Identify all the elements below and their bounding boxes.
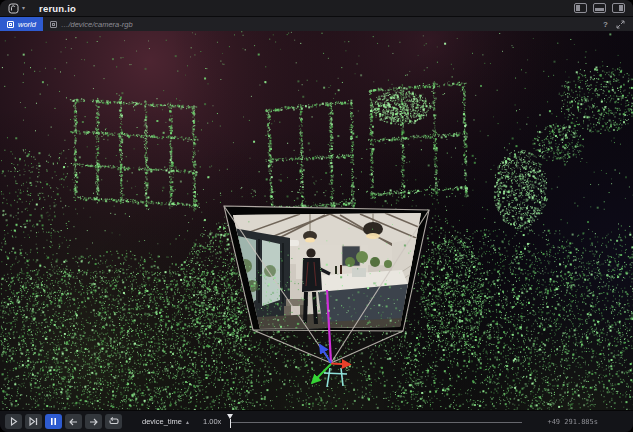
playback-bar: device_time ▲ 1.00x +49 291.885s <box>0 410 633 432</box>
top-bar: ▾ rerun.io <box>0 0 633 17</box>
toggle-right-panel-icon[interactable] <box>612 3 625 13</box>
camera-frustum-overlay <box>0 31 633 410</box>
tab-bar: world …/device/camera-rgb ? <box>0 17 633 31</box>
rerun-logo-icon <box>8 3 19 14</box>
toggle-left-panel-icon[interactable] <box>574 3 587 13</box>
expand-fullscreen-icon[interactable] <box>616 20 625 29</box>
toggle-bottom-panel-icon[interactable] <box>593 3 606 13</box>
help-button[interactable]: ? <box>603 20 608 29</box>
rerun-viewer-window: ▾ rerun.io world …/device/camera-rgb ? <box>0 0 633 432</box>
pause-button[interactable] <box>45 414 62 429</box>
2d-space-view-icon <box>50 21 57 28</box>
camera-pose-marker <box>324 368 347 387</box>
current-time: +49 291.885s <box>547 418 598 426</box>
play-button[interactable] <box>5 414 22 429</box>
timeline-caret-icon[interactable]: ▲ <box>185 419 190 425</box>
timeline-line <box>231 422 522 423</box>
step-forward-button[interactable] <box>85 414 102 429</box>
follow-button[interactable] <box>25 414 42 429</box>
app-title: rerun.io <box>39 3 76 14</box>
tab-camera-rgb-label: …/device/camera-rgb <box>61 20 133 29</box>
chevron-down-icon: ▾ <box>22 5 25 11</box>
3d-space-view-icon <box>7 21 14 28</box>
playback-speed[interactable]: 1.00x <box>203 417 221 426</box>
step-back-button[interactable] <box>65 414 82 429</box>
tab-world[interactable]: world <box>0 17 43 31</box>
timeline-track[interactable]: +49 291.885s <box>227 411 628 432</box>
loop-button[interactable] <box>105 414 122 429</box>
playhead-marker[interactable] <box>227 414 234 430</box>
tab-world-label: world <box>18 20 36 29</box>
3d-viewport[interactable] <box>0 31 633 410</box>
x-axis-arrow <box>331 364 350 365</box>
app-menu-button[interactable]: ▾ <box>8 3 25 14</box>
timeline-selector[interactable]: device_time <box>142 417 182 426</box>
tab-camera-rgb[interactable]: …/device/camera-rgb <box>43 17 140 31</box>
